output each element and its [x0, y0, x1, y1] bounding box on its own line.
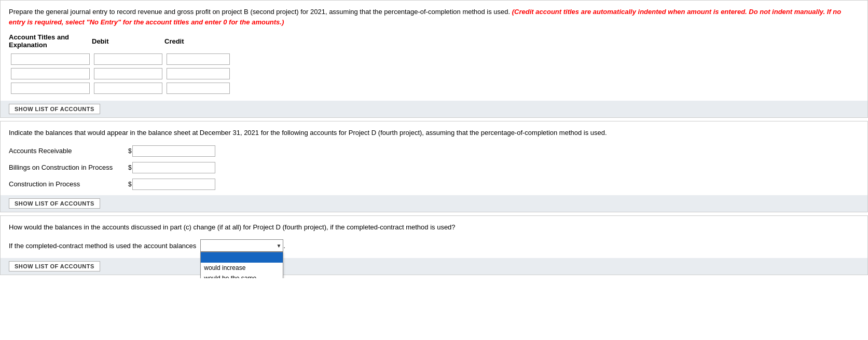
section3-instruction: How would the balances in the accounts d…: [9, 222, 859, 233]
debit-input-2[interactable]: [94, 68, 162, 79]
billings-input[interactable]: [132, 162, 215, 173]
credit-input-3[interactable]: [167, 83, 230, 94]
accounts-receivable-input[interactable]: [132, 145, 215, 157]
change-dropdown-select[interactable]: would increase would be the same would d…: [200, 239, 283, 252]
col-header-credit: Credit: [164, 32, 232, 52]
dropdown-container: would increase would be the same would d…: [200, 239, 283, 252]
accounts-receivable-row: Accounts Receivable $: [9, 145, 859, 157]
period-text: .: [283, 242, 285, 250]
dropdown-open-option-blank[interactable]: [201, 252, 283, 263]
col-header-debit: Debit: [92, 32, 164, 52]
dollar-sign-1: $: [128, 147, 132, 155]
dollar-sign-3: $: [128, 181, 132, 188]
debit-input-3[interactable]: [94, 83, 162, 94]
section1-bottom-bar: SHOW LIST OF ACCOUNTS: [1, 101, 867, 117]
table-row: [9, 81, 232, 96]
dropdown-open-list: would increase would be the same would d…: [200, 252, 283, 278]
journal-table: Account Titles and Explanation Debit Cre…: [9, 32, 232, 96]
construction-label: Construction in Process: [9, 180, 128, 188]
section2-show-accounts-button[interactable]: SHOW LIST OF ACCOUNTS: [9, 198, 100, 209]
credit-input-1[interactable]: [167, 53, 230, 65]
account-input-3[interactable]: [11, 83, 90, 94]
section3-show-accounts-button[interactable]: SHOW LIST OF ACCOUNTS: [9, 261, 100, 271]
section2-balance-sheet: Indicate the balances that would appear …: [0, 121, 868, 212]
section1-instruction-plain: Prepare the general journal entry to rec…: [9, 8, 512, 16]
dropdown-open-option-increase[interactable]: would increase: [201, 263, 283, 273]
section3-change: How would the balances in the accounts d…: [0, 215, 868, 276]
table-row: [9, 66, 232, 81]
billings-row: Billings on Construction in Process $: [9, 162, 859, 173]
account-input-1[interactable]: [11, 53, 90, 65]
table-row: [9, 52, 232, 66]
credit-input-2[interactable]: [167, 68, 230, 79]
dollar-sign-2: $: [128, 164, 132, 171]
dropdown-open-option-same[interactable]: would be the same: [201, 273, 283, 278]
section2-instruction: Indicate the balances that would appear …: [9, 128, 859, 138]
change-dropdown-row: If the completed-contract method is used…: [9, 239, 859, 252]
account-input-2[interactable]: [11, 68, 90, 79]
debit-input-1[interactable]: [94, 53, 162, 65]
construction-input[interactable]: [132, 179, 215, 190]
construction-row: Construction in Process $: [9, 179, 859, 190]
billings-label: Billings on Construction in Process: [9, 164, 128, 171]
section1-journal-entry: Prepare the general journal entry to rec…: [0, 0, 868, 118]
section1-show-accounts-button[interactable]: SHOW LIST OF ACCOUNTS: [9, 104, 100, 114]
accounts-receivable-label: Accounts Receivable: [9, 147, 128, 155]
dropdown-select-wrapper: would increase would be the same would d…: [200, 239, 283, 252]
col-header-account: Account Titles and Explanation: [9, 32, 92, 52]
change-label-text: If the completed-contract method is used…: [9, 242, 196, 250]
section2-bottom-bar: SHOW LIST OF ACCOUNTS: [1, 195, 867, 212]
section3-bottom-bar: SHOW LIST OF ACCOUNTS: [1, 258, 867, 275]
section1-instruction: Prepare the general journal entry to rec…: [9, 7, 859, 27]
